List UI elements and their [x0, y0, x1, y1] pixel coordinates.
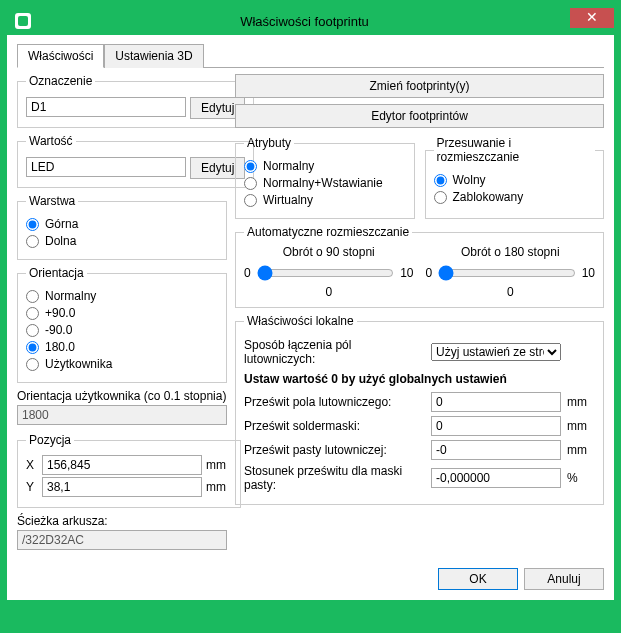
soldermask-unit: mm: [567, 419, 595, 433]
app-icon: [15, 13, 31, 29]
orient-m90-radio[interactable]: -90.0: [26, 323, 218, 337]
sheet-path-input: [17, 530, 227, 550]
placement-locked-radio[interactable]: Zablokowany: [434, 190, 596, 204]
attr-virtual-radio[interactable]: Wirtualny: [244, 193, 406, 207]
placement-group: Przesuwanie i rozmieszczanie Wolny Zablo…: [425, 136, 605, 219]
soldermask-label: Prześwit soldermaski:: [244, 419, 425, 433]
value-group: Wartość Edytuj: [17, 134, 254, 188]
local-legend: Właściwości lokalne: [244, 314, 357, 328]
designator-input[interactable]: [26, 97, 186, 117]
value-input[interactable]: [26, 157, 186, 177]
solderpaste-unit: mm: [567, 443, 595, 457]
footprint-editor-button[interactable]: Edytor footprintów: [235, 104, 604, 128]
pos-x-unit: mm: [206, 458, 232, 472]
tab-settings-3d[interactable]: Ustawienia 3D: [104, 44, 203, 68]
rot90-label: Obrót o 90 stopni: [244, 245, 414, 259]
solderpaste-input[interactable]: [431, 440, 561, 460]
window-title: Właściwości footprintu: [39, 14, 570, 29]
cancel-button[interactable]: Anuluj: [524, 568, 604, 590]
rot180-slider[interactable]: [438, 265, 575, 281]
attributes-legend: Atrybuty: [244, 136, 294, 150]
layer-bottom-radio[interactable]: Dolna: [26, 234, 218, 248]
ok-button[interactable]: OK: [438, 568, 518, 590]
placement-free-radio[interactable]: Wolny: [434, 173, 596, 187]
local-note: Ustaw wartość 0 by użyć globalnych ustaw…: [244, 372, 595, 386]
paste-ratio-unit: %: [567, 471, 595, 485]
attr-normal-insert-radio[interactable]: Normalny+Wstawianie: [244, 176, 406, 190]
soldermask-input[interactable]: [431, 416, 561, 436]
autoplace-legend: Automatyczne rozmieszczanie: [244, 225, 412, 239]
content-area: Właściwości Ustawienia 3D Oznaczenie Edy…: [7, 35, 614, 560]
rot180-min: 0: [426, 266, 433, 280]
titlebar: Właściwości footprintu ✕: [7, 7, 614, 35]
rot90-min: 0: [244, 266, 251, 280]
pos-y-input[interactable]: [42, 477, 202, 497]
designator-legend: Oznaczenie: [26, 74, 95, 88]
layer-legend: Warstwa: [26, 194, 78, 208]
placement-legend: Przesuwanie i rozmieszczanie: [434, 136, 596, 164]
position-legend: Pozycja: [26, 433, 74, 447]
orientation-group: Orientacja Normalny +90.0 -90.0 180.0 Uż…: [17, 266, 227, 383]
orient-180-radio[interactable]: 180.0: [26, 340, 218, 354]
clearance-unit: mm: [567, 395, 595, 409]
rot90-value: 0: [244, 285, 414, 299]
dialog-window: Właściwości footprintu ✕ Właściwości Ust…: [6, 6, 615, 601]
user-orientation-label: Orientacja użytkownika (co 0.1 stopnia): [17, 389, 227, 403]
sheet-path-label: Ścieżka arkusza:: [17, 514, 227, 528]
pad-connect-select[interactable]: Użyj ustawień ze stref: [431, 343, 561, 361]
local-properties-group: Właściwości lokalne Sposób łączenia pól …: [235, 314, 604, 505]
rot90-slider[interactable]: [257, 265, 394, 281]
orient-p90-radio[interactable]: +90.0: [26, 306, 218, 320]
value-legend: Wartość: [26, 134, 76, 148]
dialog-footer: OK Anuluj: [7, 560, 614, 600]
solderpaste-label: Prześwit pasty lutowniczej:: [244, 443, 425, 457]
close-button[interactable]: ✕: [570, 8, 614, 28]
rot90-max: 10: [400, 266, 413, 280]
pos-y-unit: mm: [206, 480, 232, 494]
pad-connect-label: Sposób łączenia pól lutowniczych:: [244, 338, 425, 366]
orient-user-radio[interactable]: Użytkownika: [26, 357, 218, 371]
tab-bar: Właściwości Ustawienia 3D: [17, 43, 604, 68]
pos-x-input[interactable]: [42, 455, 202, 475]
layer-top-radio[interactable]: Górna: [26, 217, 218, 231]
designator-group: Oznaczenie Edytuj: [17, 74, 254, 128]
autoplace-group: Automatyczne rozmieszczanie Obrót o 90 s…: [235, 225, 604, 308]
clearance-input[interactable]: [431, 392, 561, 412]
user-orientation-input: [17, 405, 227, 425]
layer-group: Warstwa Górna Dolna: [17, 194, 227, 260]
tab-properties[interactable]: Właściwości: [17, 44, 104, 68]
change-footprints-button[interactable]: Zmień footprinty(y): [235, 74, 604, 98]
orientation-legend: Orientacja: [26, 266, 87, 280]
position-group: Pozycja X mm Y mm: [17, 433, 241, 508]
orient-normal-radio[interactable]: Normalny: [26, 289, 218, 303]
paste-ratio-input[interactable]: [431, 468, 561, 488]
attr-normal-radio[interactable]: Normalny: [244, 159, 406, 173]
rot180-label: Obrót o 180 stopni: [426, 245, 596, 259]
clearance-label: Prześwit pola lutowniczego:: [244, 395, 425, 409]
pos-x-label: X: [26, 458, 38, 472]
pos-y-label: Y: [26, 480, 38, 494]
paste-ratio-label: Stosunek prześwitu dla maski pasty:: [244, 464, 425, 492]
attributes-group: Atrybuty Normalny Normalny+Wstawianie Wi…: [235, 136, 415, 219]
rot180-value: 0: [426, 285, 596, 299]
rot180-max: 10: [582, 266, 595, 280]
